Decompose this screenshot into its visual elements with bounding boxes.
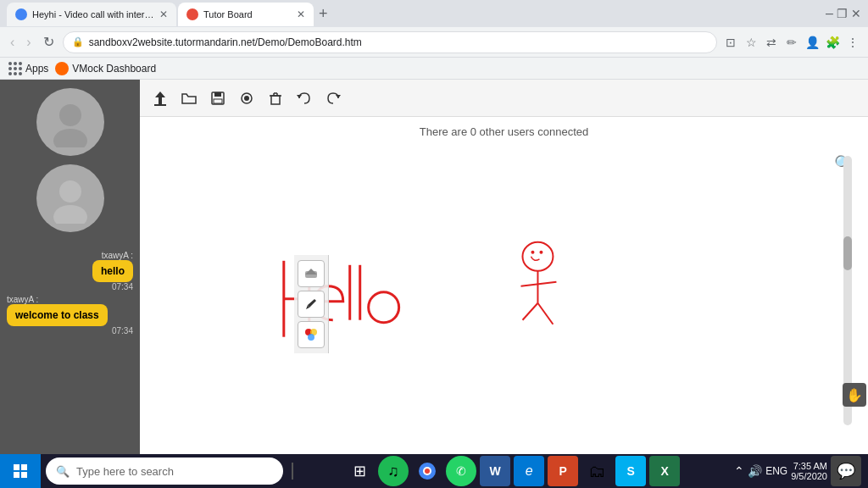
- taskbar: 🔍 Type here to search ⊞ ♫ ✆ W e P 🗂 S X …: [0, 454, 868, 488]
- tab-favicon-tutor: [186, 8, 198, 20]
- account-icon[interactable]: 👤: [804, 34, 821, 51]
- left-tools-panel: [294, 255, 329, 353]
- taskbar-tray: ⌃ 🔊 ENG 7:35 AM 9/5/2020 💬: [727, 456, 868, 486]
- svg-point-31: [308, 334, 314, 341]
- taskbar-divider-1: [292, 463, 293, 480]
- canvas-drawing[interactable]: [140, 117, 868, 456]
- color-picker-button[interactable]: [298, 321, 325, 348]
- browser-titlebar: Heyhi - Video call with interactiv... ✕ …: [0, 0, 868, 27]
- upload-button[interactable]: [148, 86, 172, 110]
- tray-date-value: 9/5/2020: [791, 471, 827, 481]
- svg-rect-32: [14, 464, 19, 470]
- taskbar-search-text: Type here to search: [76, 465, 174, 478]
- tray-chat-button[interactable]: 💬: [831, 456, 861, 486]
- taskbar-apps: ⊞ ♫ ✆ W e P 🗂 S X: [297, 456, 727, 486]
- pen-tool-button[interactable]: [298, 291, 325, 318]
- delete-button[interactable]: [264, 86, 287, 110]
- taskbar-whatsapp[interactable]: ✆: [446, 456, 476, 486]
- svg-point-0: [59, 104, 81, 126]
- svg-rect-7: [214, 92, 221, 97]
- svg-point-19: [522, 242, 553, 271]
- svg-line-24: [522, 303, 537, 320]
- svg-point-21: [539, 251, 542, 254]
- taskbar-skype[interactable]: S: [615, 456, 646, 486]
- address-bar: ‹ › ↻ 🔒 sandboxv2website.tutormandarin.n…: [0, 27, 868, 58]
- profile-sync-icon[interactable]: ⇄: [763, 34, 780, 51]
- svg-marker-16: [297, 95, 302, 98]
- taskbar-powerpoint[interactable]: P: [548, 456, 578, 486]
- svg-line-25: [537, 303, 553, 324]
- svg-rect-5: [154, 104, 166, 106]
- svg-point-3: [53, 205, 87, 224]
- close-button[interactable]: ✕: [851, 6, 861, 21]
- board-toolbar: [140, 80, 868, 117]
- chat-sender-1: txawyA :: [102, 251, 133, 260]
- chat-time-2: 07:34: [112, 326, 133, 336]
- reload-button[interactable]: ↻: [40, 30, 58, 53]
- tab-close-tutor[interactable]: ✕: [297, 8, 305, 20]
- tray-chevron-icon[interactable]: ⌃: [734, 464, 744, 478]
- redo-button[interactable]: [321, 86, 345, 110]
- taskbar-excel[interactable]: X: [649, 456, 680, 486]
- new-tab-button[interactable]: +: [315, 2, 331, 26]
- tab-favicon-heyhi: [15, 8, 27, 20]
- svg-marker-17: [336, 95, 341, 98]
- taskbar-spotify[interactable]: ♫: [378, 456, 409, 486]
- minimize-button[interactable]: –: [826, 6, 833, 21]
- save-button[interactable]: [206, 86, 230, 110]
- chat-sender-2: txawyA :: [7, 295, 38, 304]
- maximize-button[interactable]: ❐: [837, 6, 848, 21]
- tray-clock: 7:35 AM 9/5/2020: [791, 461, 827, 481]
- tab-heyhi[interactable]: Heyhi - Video call with interactiv... ✕: [7, 3, 176, 26]
- vmock-logo-icon: [55, 62, 69, 75]
- apps-grid-icon: [8, 62, 22, 75]
- svg-point-18: [369, 292, 399, 323]
- avatar-2: [36, 164, 104, 232]
- menu-icon[interactable]: ⋮: [844, 34, 861, 51]
- canvas-container[interactable]: There are 0 other users connected: [140, 117, 868, 458]
- chat-time-1: 07:34: [112, 282, 133, 291]
- vmock-label: VMock Dashboard: [72, 63, 156, 75]
- bookmark-icon[interactable]: ☆: [743, 34, 760, 51]
- tab-bar: Heyhi - Video call with interactiv... ✕ …: [7, 2, 815, 26]
- url-text: sandboxv2website.tutormandarin.net/Demo/…: [89, 36, 362, 48]
- svg-rect-33: [21, 464, 27, 470]
- taskbar-chrome[interactable]: [412, 456, 442, 486]
- apps-label: Apps: [25, 63, 48, 75]
- bookmark-vmock[interactable]: VMock Dashboard: [55, 62, 156, 75]
- screenshot-icon[interactable]: ⊡: [722, 34, 739, 51]
- chat-message-1: txawyA : hello 07:34: [7, 251, 133, 291]
- bookmarks-bar: Apps VMock Dashboard: [0, 58, 868, 80]
- sidebar: txawyA : hello 07:34 txawyA : welcome to…: [0, 80, 140, 488]
- bookmark-apps[interactable]: Apps: [8, 62, 48, 75]
- hand-tool-button[interactable]: ✋: [843, 383, 866, 407]
- undo-button[interactable]: [292, 86, 316, 110]
- chat-messages: txawyA : hello 07:34 txawyA : welcome to…: [0, 247, 140, 339]
- taskbar-search-bar[interactable]: 🔍 Type here to search: [46, 458, 283, 485]
- tray-volume-icon[interactable]: 🔊: [748, 464, 762, 478]
- forward-button[interactable]: ›: [23, 31, 34, 53]
- eraser-tool-button[interactable]: [298, 260, 325, 287]
- extensions-icon[interactable]: 🧩: [824, 34, 841, 51]
- open-folder-button[interactable]: [177, 86, 201, 110]
- url-bar[interactable]: 🔒 sandboxv2website.tutormandarin.net/Dem…: [63, 31, 717, 53]
- scroll-thumb[interactable]: [843, 236, 852, 270]
- record-button[interactable]: [235, 86, 259, 110]
- chat-message-2: txawyA : welcome to class 07:34: [7, 295, 133, 336]
- svg-rect-35: [21, 472, 27, 478]
- chat-bubble-1: hello: [92, 260, 133, 282]
- tab-tutor[interactable]: Tutor Board ✕: [178, 3, 314, 26]
- tray-time-value: 7:35 AM: [791, 461, 827, 471]
- taskbar-edge[interactable]: e: [514, 456, 544, 486]
- taskbar-explorer[interactable]: 🗂: [581, 456, 612, 486]
- tab-close-heyhi[interactable]: ✕: [159, 8, 168, 20]
- start-button[interactable]: [0, 454, 41, 488]
- svg-point-38: [425, 469, 430, 474]
- svg-rect-11: [271, 96, 280, 104]
- address-icons: ⊡ ☆ ⇄ ✏ 👤 🧩 ⋮: [722, 34, 861, 51]
- edit-icon[interactable]: ✏: [783, 34, 800, 51]
- taskbar-word[interactable]: W: [480, 456, 510, 486]
- taskbar-task-view[interactable]: ⊞: [344, 456, 375, 486]
- svg-rect-34: [14, 472, 19, 478]
- back-button[interactable]: ‹: [7, 31, 18, 53]
